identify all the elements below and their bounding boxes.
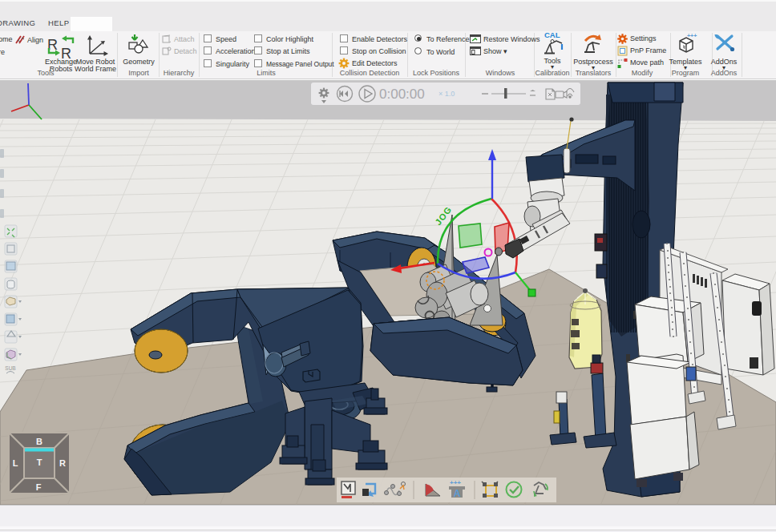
svg-text:× 1.0: × 1.0: [439, 90, 455, 98]
svg-text:SUB: SUB: [5, 365, 15, 371]
svg-text:0:00:00: 0:00:00: [379, 87, 425, 102]
svg-text:L: L: [13, 458, 18, 468]
svg-text:A: A: [454, 488, 461, 499]
svg-text:R: R: [59, 458, 66, 468]
svg-text:+++: +++: [687, 33, 697, 38]
svg-text:T: T: [37, 457, 42, 467]
svg-text:B: B: [36, 437, 42, 446]
svg-text:+++: +++: [450, 479, 461, 486]
svg-text:F: F: [36, 482, 42, 492]
